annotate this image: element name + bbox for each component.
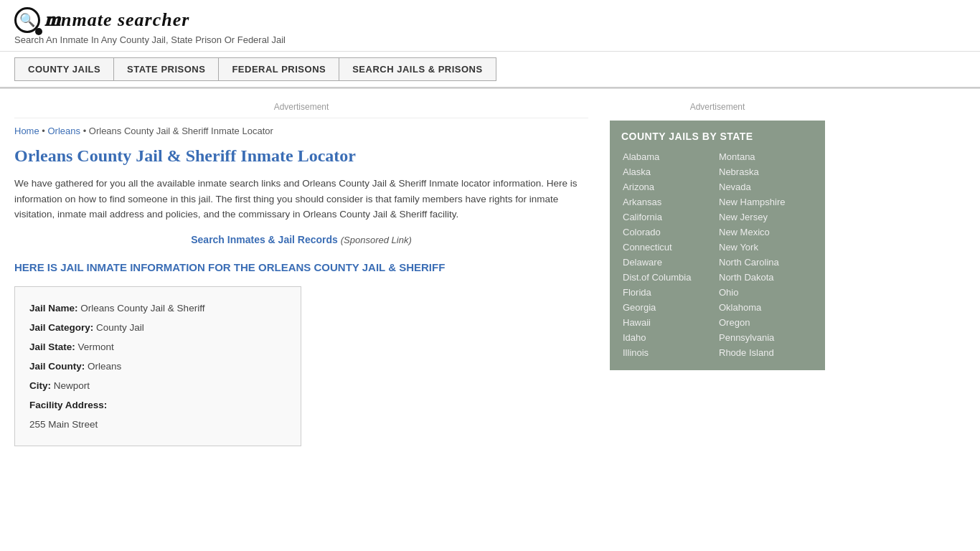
county-jails-title: COUNTY JAILS BY STATE: [621, 131, 814, 142]
state-item[interactable]: North Carolina: [717, 255, 814, 270]
state-item[interactable]: Montana: [717, 149, 814, 164]
jail-county-label: Jail County:: [29, 361, 85, 372]
state-item[interactable]: Georgia: [621, 300, 717, 315]
jail-city-val: Newport: [54, 380, 90, 391]
jail-county-row: Jail County: Orleans: [29, 357, 286, 376]
jail-category-row: Jail Category: County Jail: [29, 318, 286, 337]
nav-state-prisons[interactable]: STATE PRISONS: [113, 57, 218, 81]
state-item[interactable]: New York: [717, 240, 814, 255]
jail-address-row: Facility Address: 255 Main Street: [29, 395, 286, 434]
jail-state-label: Jail State:: [29, 342, 75, 352]
breadcrumb-home[interactable]: Home: [14, 126, 39, 136]
main-content: Advertisement Home • Orleans • Orleans C…: [14, 89, 603, 461]
jail-address-value: 255 Main Street: [29, 419, 98, 430]
state-item[interactable]: Nebraska: [717, 164, 814, 179]
nav-bar: COUNTY JAILS STATE PRISONS FEDERAL PRISO…: [0, 52, 980, 88]
jail-state-row: Jail State: Vermont: [29, 337, 286, 357]
nav-county-jails[interactable]: COUNTY JAILS: [14, 57, 113, 81]
section-heading: HERE IS JAIL INMATE INFORMATION FOR THE …: [14, 260, 588, 275]
state-item[interactable]: Florida: [621, 285, 717, 300]
jail-city-label: City:: [29, 380, 51, 391]
state-item[interactable]: Connecticut: [621, 240, 717, 255]
state-item[interactable]: Illinois: [621, 345, 717, 360]
county-jails-by-state: COUNTY JAILS BY STATE AlabamaAlaskaArizo…: [610, 121, 825, 370]
logo-area: 🔍 𝐦nmate searcher: [14, 7, 966, 33]
search-inmates-link[interactable]: Search Inmates & Jail Records: [191, 234, 338, 245]
jail-name-row: Jail Name: Orleans County Jail & Sheriff: [29, 298, 286, 318]
state-item[interactable]: Delaware: [621, 255, 717, 270]
intro-text: We have gathered for you all the availab…: [14, 176, 588, 222]
state-item[interactable]: Ohio: [717, 285, 814, 300]
breadcrumb-sep2: •: [83, 126, 89, 136]
state-item[interactable]: Dist.of Columbia: [621, 270, 717, 285]
info-box: Jail Name: Orleans County Jail & Sheriff…: [14, 286, 301, 446]
sidebar-ad: Advertisement: [610, 96, 825, 121]
logo-text: 𝐦nmate searcher: [44, 9, 189, 31]
breadcrumb-current: Orleans County Jail & Sheriff Inmate Loc…: [89, 126, 273, 136]
state-item[interactable]: Idaho: [621, 330, 717, 345]
jail-category-label: Jail Category:: [29, 322, 93, 333]
state-item[interactable]: Alabama: [621, 149, 717, 164]
state-item[interactable]: Hawaii: [621, 315, 717, 330]
sponsored-text: (Sponsored Link): [341, 235, 412, 245]
state-item[interactable]: Pennsylvania: [717, 330, 814, 345]
header: 🔍 𝐦nmate searcher Search An Inmate In An…: [0, 0, 980, 52]
jail-county-val: Orleans: [88, 361, 121, 372]
states-col-2: MontanaNebraskaNevadaNew HampshireNew Je…: [717, 149, 814, 360]
states-col-1: AlabamaAlaskaArizonaArkansasCaliforniaCo…: [621, 149, 717, 360]
jail-name-label: Jail Name:: [29, 303, 78, 314]
top-ad: Advertisement: [14, 96, 588, 118]
logo-icon: 🔍: [14, 7, 40, 33]
state-item[interactable]: California: [621, 209, 717, 225]
breadcrumb-location[interactable]: Orleans: [47, 126, 80, 136]
search-link-area: Search Inmates & Jail Records (Sponsored…: [14, 234, 588, 245]
tagline: Search An Inmate In Any County Jail, Sta…: [14, 34, 966, 45]
state-item[interactable]: Rhode Island: [717, 345, 814, 360]
state-item[interactable]: Arkansas: [621, 194, 717, 209]
jail-city-row: City: Newport: [29, 376, 286, 395]
nav-federal-prisons[interactable]: FEDERAL PRISONS: [218, 57, 339, 81]
nav-search-jails[interactable]: SEARCH JAILS & PRISONS: [339, 57, 496, 81]
layout: Advertisement Home • Orleans • Orleans C…: [0, 89, 980, 461]
state-item[interactable]: New Hampshire: [717, 194, 814, 209]
state-item[interactable]: New Jersey: [717, 209, 814, 225]
sidebar: Advertisement COUNTY JAILS BY STATE Alab…: [603, 89, 825, 461]
state-item[interactable]: Nevada: [717, 179, 814, 194]
state-item[interactable]: Arizona: [621, 179, 717, 194]
state-item[interactable]: New Mexico: [717, 225, 814, 240]
state-item[interactable]: North Dakota: [717, 270, 814, 285]
state-item[interactable]: Oklahoma: [717, 300, 814, 315]
jail-name-val: Orleans County Jail & Sheriff: [80, 303, 204, 314]
jail-state-val: Vermont: [78, 342, 114, 352]
state-item[interactable]: Alaska: [621, 164, 717, 179]
page-title: Orleans County Jail & Sheriff Inmate Loc…: [14, 146, 588, 166]
jail-address-label: Facility Address:: [29, 400, 107, 410]
states-grid: AlabamaAlaskaArizonaArkansasCaliforniaCo…: [621, 149, 814, 360]
breadcrumb: Home • Orleans • Orleans County Jail & S…: [14, 118, 588, 146]
state-item[interactable]: Oregon: [717, 315, 814, 330]
state-item[interactable]: Colorado: [621, 225, 717, 240]
jail-category-val: County Jail: [96, 322, 144, 333]
